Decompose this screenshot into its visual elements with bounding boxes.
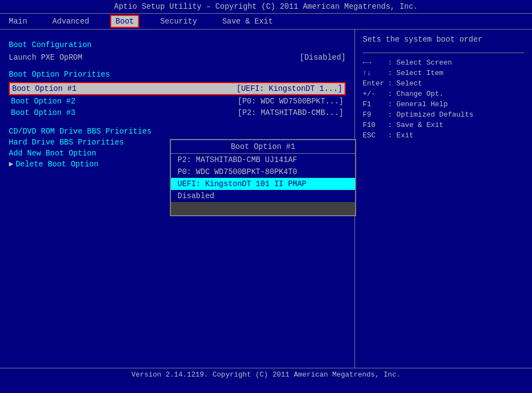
key-name-2: Enter bbox=[363, 79, 385, 88]
main-content: Boot Configuration Launch PXE OpROM [Dis… bbox=[0, 30, 532, 368]
boot-option-row-3[interactable]: Boot Option #3[P2: MATSHITABD-CMB...] bbox=[9, 107, 346, 118]
key-hint-5: F9: Optimized Defaults bbox=[363, 109, 524, 120]
divider bbox=[363, 53, 524, 53]
bottom-text: Version 2.14.1219. Copyright (C) 2011 Am… bbox=[131, 371, 401, 379]
boot-option-value-1: [UEFI: KingstonDT 1...] bbox=[237, 84, 342, 93]
key-name-4: F1 bbox=[363, 100, 385, 108]
boot-option-label-2: Boot Option #2 bbox=[11, 97, 76, 106]
key-name-5: F9 bbox=[363, 111, 385, 119]
popup-title: Boot Option #1 bbox=[171, 140, 355, 154]
popup-items: P2: MATSHITABD-CMB UJ141AFP0: WDC WD7500… bbox=[171, 154, 355, 202]
menu-link-0[interactable]: CD/DVD ROM Drive BBS Priorities bbox=[9, 126, 346, 137]
boot-option-value-2: [P0: WDC WD7500BPKT...] bbox=[238, 97, 344, 106]
menu-bar: MainAdvancedBootSecuritySave & Exit bbox=[0, 13, 532, 30]
key-hint-0: ←→: Select Screen bbox=[363, 57, 524, 68]
launch-pxe-value: [Disabled] bbox=[300, 53, 346, 62]
launch-pxe-label: Launch PXE OpROM bbox=[9, 53, 82, 62]
help-text: Sets the system boot order bbox=[363, 35, 524, 44]
popup-item-3[interactable]: Disabled bbox=[171, 190, 355, 202]
boot-option-value-3: [P2: MATSHITABD-CMB...] bbox=[238, 108, 344, 117]
key-hints-list: ←→: Select Screen↑↓: Select ItemEnter: S… bbox=[363, 57, 524, 141]
menu-item-save_exit[interactable]: Save & Exit bbox=[218, 16, 277, 27]
menu-item-boot[interactable]: Boot bbox=[110, 15, 140, 28]
boot-config-title: Boot Configuration bbox=[9, 41, 346, 49]
left-panel: Boot Configuration Launch PXE OpROM [Dis… bbox=[0, 30, 355, 368]
menu-item-main[interactable]: Main bbox=[4, 16, 32, 27]
boot-option-row-2[interactable]: Boot Option #2[P0: WDC WD7500BPKT...] bbox=[9, 96, 346, 107]
launch-pxe-row: Launch PXE OpROM [Disabled] bbox=[9, 53, 346, 62]
key-hint-7: ESC: Exit bbox=[363, 130, 524, 141]
menu-link-label-0: CD/DVD ROM Drive BBS Priorities bbox=[9, 127, 151, 136]
boot-option-label-1: Boot Option #1 bbox=[12, 84, 77, 93]
key-hint-6: F10: Save & Exit bbox=[363, 120, 524, 130]
right-panel: Sets the system boot order ←→: Select Sc… bbox=[355, 30, 532, 368]
key-desc-7: : Exit bbox=[388, 131, 414, 140]
arrow-icon: ► bbox=[9, 160, 13, 169]
dropdown-popup[interactable]: Boot Option #1 P2: MATSHITABD-CMB UJ141A… bbox=[170, 139, 356, 216]
key-desc-0: : Select Screen bbox=[388, 59, 452, 67]
key-hint-4: F1: General Help bbox=[363, 99, 524, 109]
menu-item-security[interactable]: Security bbox=[156, 16, 201, 27]
menu-link-label-3: Delete Boot Option bbox=[15, 160, 98, 169]
menu-link-label-1: Hard Drive BBS Priorities bbox=[9, 138, 124, 147]
boot-priority-title: Boot Option Priorities bbox=[9, 70, 346, 79]
key-name-1: ↑↓ bbox=[363, 69, 385, 77]
popup-footer bbox=[171, 202, 355, 215]
key-name-0: ←→ bbox=[363, 59, 385, 67]
popup-item-1[interactable]: P0: WDC WD7500BPKT-80PK4T0 bbox=[171, 166, 355, 178]
boot-option-label-3: Boot Option #3 bbox=[11, 108, 76, 117]
boot-option-row-1[interactable]: Boot Option #1[UEFI: KingstonDT 1...] bbox=[9, 82, 346, 95]
title-text: Aptio Setup Utility – Copyright (C) 2011… bbox=[114, 2, 418, 11]
key-hint-2: Enter: Select bbox=[363, 78, 524, 89]
boot-options-list: Boot Option #1[UEFI: KingstonDT 1...]Boo… bbox=[9, 82, 346, 118]
menu-item-advanced[interactable]: Advanced bbox=[48, 16, 94, 27]
key-desc-2: : Select bbox=[388, 79, 422, 88]
popup-item-2[interactable]: UEFI: KingstonDT 101 II PMAP bbox=[171, 178, 355, 190]
key-name-6: F10 bbox=[363, 121, 385, 129]
key-hint-3: +/-: Change Opt. bbox=[363, 89, 524, 99]
key-desc-4: : General Help bbox=[388, 100, 448, 108]
key-desc-5: : Optimized Defaults bbox=[388, 111, 473, 119]
popup-item-0[interactable]: P2: MATSHITABD-CMB UJ141AF bbox=[171, 154, 355, 166]
key-hint-1: ↑↓: Select Item bbox=[363, 68, 524, 78]
bottom-bar: Version 2.14.1219. Copyright (C) 2011 Am… bbox=[0, 368, 532, 383]
key-name-7: ESC bbox=[363, 131, 385, 140]
title-bar: Aptio Setup Utility – Copyright (C) 2011… bbox=[0, 0, 532, 13]
menu-link-label-2: Add New Boot Option bbox=[9, 149, 96, 158]
key-name-3: +/- bbox=[363, 90, 385, 98]
key-desc-1: : Select Item bbox=[388, 69, 443, 77]
key-desc-3: : Change Opt. bbox=[388, 90, 443, 98]
key-desc-6: : Save & Exit bbox=[388, 121, 443, 129]
